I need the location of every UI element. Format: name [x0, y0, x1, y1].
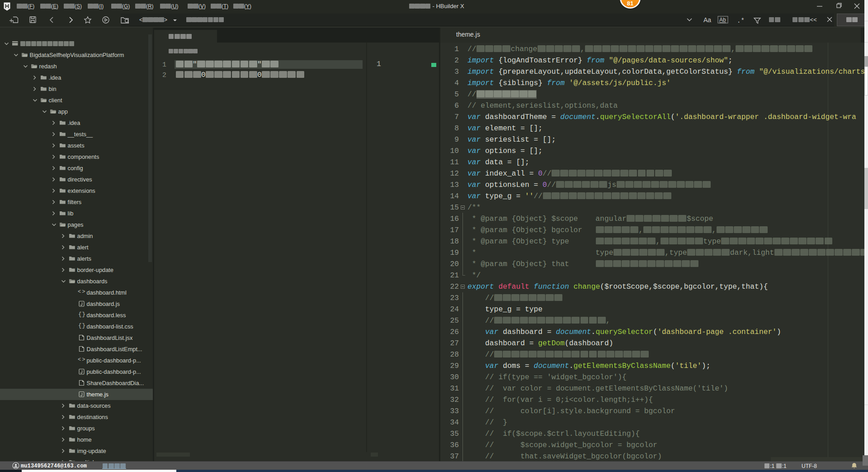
svg-text:.*: .* — [737, 17, 745, 24]
svg-text:Ab: Ab — [719, 17, 726, 23]
svg-text:Aa: Aa — [703, 16, 711, 24]
